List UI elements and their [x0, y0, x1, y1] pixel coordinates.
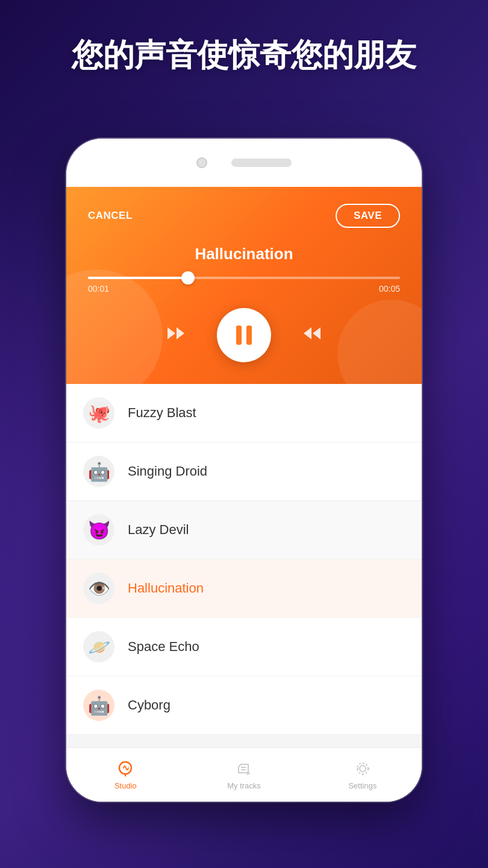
- total-time: 00:05: [379, 284, 400, 294]
- time-labels: 00:01 00:05: [88, 284, 400, 294]
- progress-container[interactable]: [88, 277, 400, 279]
- pause-icon: [236, 326, 252, 345]
- skip-forward-button[interactable]: [301, 325, 323, 346]
- progress-thumb: [181, 271, 195, 285]
- track-emoji-fuzzy-blast: 🐙: [83, 397, 114, 429]
- track-name-lazy-devil: Lazy Devil: [128, 522, 189, 538]
- app-screen: CANCEL SAVE Hallucination 00:01 00:05: [66, 187, 422, 802]
- nav-item-my-tracks[interactable]: My tracks: [185, 760, 304, 790]
- track-list: 🐙 Fuzzy Blast 🤖 Singing Droid 😈 Lazy Dev…: [66, 384, 422, 747]
- nav-item-studio[interactable]: Studio: [66, 760, 185, 790]
- track-item-lazy-devil[interactable]: 😈 Lazy Devil: [66, 501, 422, 559]
- current-time: 00:01: [88, 284, 109, 294]
- nav-label-settings: Settings: [348, 781, 377, 790]
- settings-icon: [354, 760, 372, 778]
- svg-point-6: [357, 763, 368, 774]
- phone-top-bar: [66, 139, 422, 187]
- page-title: 您的声音使惊奇您的朋友: [0, 36, 488, 74]
- track-name-fuzzy-blast: Fuzzy Blast: [128, 405, 196, 421]
- svg-point-5: [360, 766, 366, 772]
- track-emoji-space-echo: 🪐: [83, 631, 114, 662]
- track-name-cyborg: Cyborg: [128, 697, 170, 713]
- track-name-space-echo: Space Echo: [128, 639, 199, 655]
- playback-controls: [88, 308, 400, 362]
- studio-icon: [116, 760, 134, 778]
- phone-speaker: [231, 159, 292, 167]
- track-emoji-hallucination: 👁️: [83, 573, 114, 604]
- pause-bar-left: [236, 326, 242, 345]
- skip-back-button[interactable]: [165, 325, 187, 346]
- progress-bar-fill: [88, 277, 188, 279]
- nav-label-studio: Studio: [114, 781, 137, 790]
- track-name-singing-droid: Singing Droid: [128, 464, 207, 479]
- track-emoji-singing-droid: 🤖: [83, 456, 114, 487]
- track-emoji-lazy-devil: 😈: [83, 514, 114, 546]
- player-header: CANCEL SAVE: [88, 204, 400, 228]
- track-item-space-echo[interactable]: 🪐 Space Echo: [66, 618, 422, 676]
- phone-camera: [196, 157, 207, 168]
- track-name-hallucination: Hallucination: [128, 580, 204, 596]
- my-tracks-icon: [235, 760, 253, 778]
- phone-mockup: CANCEL SAVE Hallucination 00:01 00:05: [66, 139, 422, 802]
- pause-button[interactable]: [217, 308, 271, 362]
- bottom-navigation: Studio My tracks: [66, 747, 422, 802]
- nav-label-my-tracks: My tracks: [227, 781, 261, 790]
- track-emoji-cyborg: 🤖: [83, 690, 114, 721]
- track-item-hallucination[interactable]: 👁️ Hallucination: [66, 559, 422, 618]
- player-card: CANCEL SAVE Hallucination 00:01 00:05: [66, 187, 422, 384]
- progress-bar-bg: [88, 277, 400, 279]
- pause-bar-right: [246, 326, 252, 345]
- player-track-title: Hallucination: [88, 245, 400, 263]
- phone-body: CANCEL SAVE Hallucination 00:01 00:05: [66, 139, 422, 802]
- nav-item-settings[interactable]: Settings: [303, 760, 422, 790]
- save-button[interactable]: SAVE: [336, 204, 400, 228]
- track-item-fuzzy-blast[interactable]: 🐙 Fuzzy Blast: [66, 384, 422, 442]
- track-item-singing-droid[interactable]: 🤖 Singing Droid: [66, 442, 422, 501]
- cancel-button[interactable]: CANCEL: [88, 210, 133, 222]
- track-item-cyborg[interactable]: 🤖 Cyborg: [66, 676, 422, 735]
